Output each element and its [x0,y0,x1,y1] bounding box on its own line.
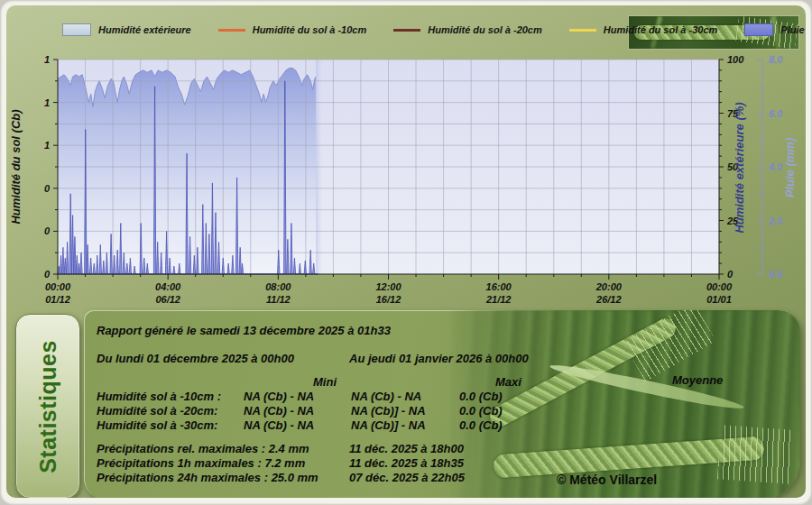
statistiques-tab[interactable]: Statistiques [15,314,80,498]
left-axis-tick-label: 1 [44,54,50,65]
rain-axis-tick-label: 8.0 [769,54,783,65]
barley-awns-icon [717,425,793,483]
left-axis-tick-label: 0 [44,183,51,194]
row-mini: NA (Cb) - NA [244,418,314,432]
left-axis-tick-label: 0 [44,269,51,280]
precip-when: 11 déc. 2025 à 18h35 [349,456,464,470]
rain-axis-title: Pluie (mm) [783,138,797,197]
col-header-mini: Mini [313,375,337,389]
x-axis-time-label: 00:00 [706,281,733,292]
copyright-text: © Météo Villarzel [557,473,657,487]
humidity-axis-tick-label: 100 [727,54,744,65]
row-mini: NA (Cb) - NA [244,390,314,403]
x-axis-date-label: 16/12 [376,294,401,305]
row-label: Humidité sol à -20cm: [97,404,217,418]
precip-when: 07 déc. 2025 à 22h05 [349,471,465,484]
left-axis-tick-label: 0 [44,225,51,236]
x-axis-date-label: 26/12 [595,294,622,305]
row-label: Humidité sol à -10cm : [97,390,221,403]
row-maxi: 0.0 (Cb) [459,404,503,418]
x-axis-date-label: 21/12 [485,294,512,305]
report-background: Humidité extérieure Humidité du sol à -1… [6,5,806,498]
row-label: Humidité sol à -30cm: [97,418,217,432]
col-header-moyenne: Moyenne [672,373,723,387]
row-maxi-na: NA (Cb)] - NA [351,418,426,432]
row-maxi: 0.0 (Cb) [459,418,503,432]
precip-label: Précipitations 1h maximales : 7.2 mm [97,456,305,470]
humidity-rain-chart: 111000100755025000:0001/1204:0006/1208:0… [6,5,806,317]
row-maxi-na: NA (Cb)] - NA [351,404,426,418]
x-axis-time-label: 16:00 [486,281,512,292]
rain-axis-tick-label: 2.0 [768,216,783,226]
period-from-text: Du lundi 01 décembre 2025 à 00h00 [97,352,294,365]
humidity-axis-tick-label: 0 [727,269,734,280]
precip-label: Précipitations rel. maximales : 2.4 mm [97,442,309,455]
row-maxi-na: NA (Cb) - NA [351,390,421,403]
report-generated-text: Rapport généré le samedi 13 décembre 202… [97,324,391,337]
col-header-maxi: Maxi [495,375,521,389]
left-axis-tick-label: 1 [44,97,50,108]
left-axis-title: Humidité du sol (Cb) [9,109,23,224]
x-axis-time-label: 00:00 [45,281,71,292]
x-axis-time-label: 08:00 [265,281,291,292]
precip-label: Précipitations 24h maximales : 25.0 mm [97,471,318,484]
row-mini: NA (Cb) - NA [244,404,314,418]
precip-when: 11 déc. 2025 à 18h00 [349,442,464,455]
humidity-axis-title: Humidité extérieure (%) [733,102,746,233]
statistiques-tab-label: Statistiques [35,340,61,473]
x-axis-date-label: 01/12 [45,294,70,305]
x-axis-time-label: 20:00 [595,281,623,292]
rain-axis-tick-label: 4.0 [768,161,783,172]
left-axis-tick-label: 1 [44,140,50,151]
x-axis-date-label: 06/12 [155,294,180,305]
rain-axis-tick-label: 6.0 [769,108,783,119]
rain-axis-tick-label: 0.0 [769,269,783,280]
x-axis-time-label: 12:00 [375,281,401,292]
statistics-panel: Rapport généré le samedi 13 décembre 202… [84,310,800,498]
report-page: Humidité extérieure Humidité du sol à -1… [0,0,812,505]
x-axis-date-label: 11/12 [266,294,291,305]
x-axis-time-label: 04:00 [155,281,181,292]
period-to-text: Au jeudi 01 janvier 2026 à 00h00 [349,352,529,365]
row-maxi: 0.0 (Cb) [459,390,503,403]
x-axis-date-label: 01/01 [706,294,732,305]
rain-axis [757,60,762,274]
